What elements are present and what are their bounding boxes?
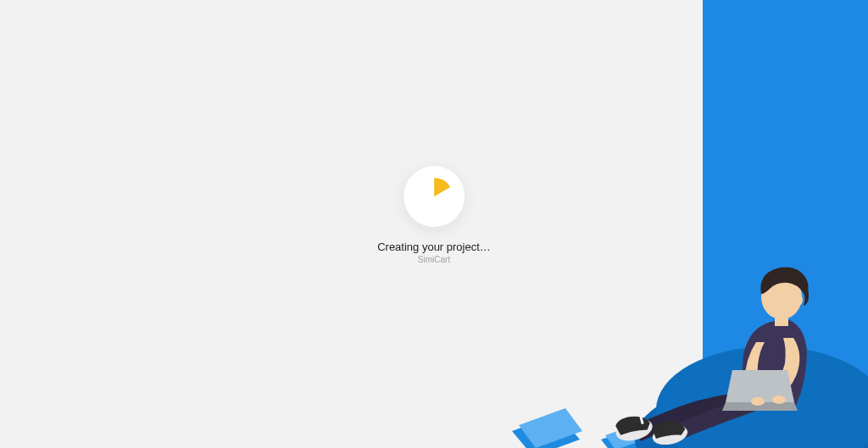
loading-card: Creating your project… SimiCart <box>377 166 491 264</box>
spinner-icon <box>413 175 455 218</box>
svg-point-13 <box>772 395 786 404</box>
spinner-background <box>403 166 465 227</box>
illustration-person-laptop <box>487 228 868 448</box>
svg-point-12 <box>751 397 765 406</box>
svg-point-16 <box>794 294 803 306</box>
loading-title: Creating your project… <box>377 241 491 253</box>
loading-subtitle: SimiCart <box>377 255 491 264</box>
